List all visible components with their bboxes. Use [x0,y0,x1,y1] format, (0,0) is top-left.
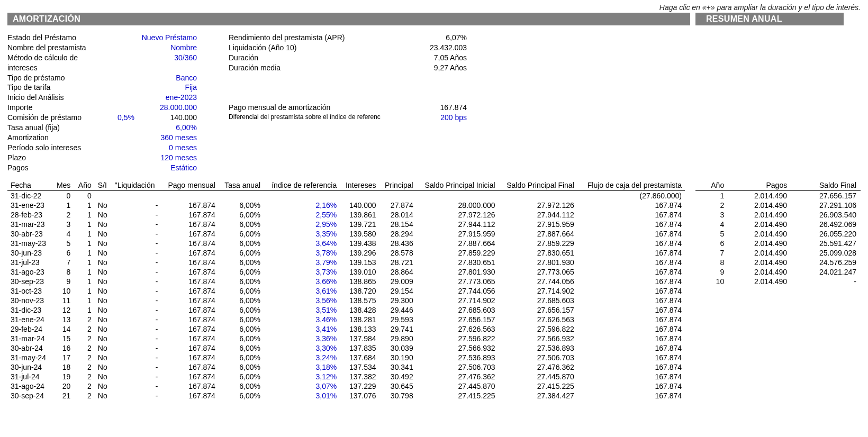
table-cell: 2 [74,315,94,324]
table-cell: 0 [52,191,74,201]
table-cell: 31-may-23 [7,239,52,248]
info-value: 6,07% [409,33,467,43]
table-cell: 30.645 [379,381,417,391]
table-cell: - [112,220,161,229]
amortization-table: FechaMesAñoS/I"LiquidaciónPago mensualTa… [7,180,685,400]
table-row: 42.014.49026.492.069 [695,220,861,229]
table-cell: 30-abr-24 [7,343,52,353]
table-header: Intereses [340,180,379,191]
table-cell: 3,36% [264,334,340,343]
table-cell: 1 [74,305,94,315]
info-row: Diferencial del prestamista sobre el índ… [229,113,467,123]
info-extra [108,143,139,153]
table-cell: 28.294 [379,229,417,239]
table-cell: 28.000.000 [417,201,499,210]
table-cell: 137.382 [340,372,379,381]
loan-info-left: Estado del PréstamoNuevo PréstamoNombre … [7,33,197,172]
table-cell: 27.476.362 [499,362,577,372]
loan-info-right: Rendimiento del prestamista (APR)6,07%Li… [229,33,467,172]
table-cell: 167.874 [577,353,685,362]
table-cell: - [112,353,161,362]
table-cell: 167.874 [161,277,218,286]
table-cell [417,191,499,201]
table-cell: 26.055.220 [791,229,861,239]
table-cell: 19 [52,372,74,381]
table-cell: 2.014.490 [728,201,791,210]
info-extra [108,103,139,113]
info-label: Método de cálculo de intereses [7,53,108,73]
table-cell: 29.593 [379,315,417,324]
info-row: Método de cálculo de intereses30/360 [7,53,197,73]
table-cell: 137.984 [340,334,379,343]
table-cell: 167.874 [161,258,218,267]
table-cell: 27.859.229 [417,248,499,258]
table-cell: 20 [52,381,74,391]
table-header: Saldo Principal Final [499,180,577,191]
info-row: Tipo de tarifaFija [7,83,197,93]
info-value: Nombre [139,43,197,53]
table-cell: 27.626.563 [417,324,499,334]
table-cell: No [95,210,112,220]
table-cell: 137.076 [340,391,379,400]
table-cell: 8 [695,258,728,267]
table-row: 30-abr-24162No-167.8746,00%3,30%137.8353… [7,343,685,353]
table-cell: 137.534 [340,362,379,372]
table-cell: 31-may-24 [7,353,52,362]
table-cell: 27.887.664 [417,239,499,248]
table-cell: - [112,201,161,210]
table-cell: - [112,229,161,239]
table-cell: 26.903.540 [791,210,861,220]
table-cell: - [112,248,161,258]
table-cell: 1 [74,258,94,267]
info-value: 360 meses [139,133,197,143]
table-cell [112,191,161,201]
table-cell: No [95,248,112,258]
table-cell: - [112,305,161,315]
table-cell: 2.014.490 [728,210,791,220]
table-row: 29-feb-24142No-167.8746,00%3,41%138.1332… [7,324,685,334]
table-cell [264,191,340,201]
table-cell: 6,00% [219,229,264,239]
table-cell: 30-abr-23 [7,229,52,239]
info-label: Tipo de préstamo [7,73,108,83]
table-cell: No [95,201,112,210]
table-cell: 167.874 [161,324,218,334]
table-cell: 1 [74,201,94,210]
table-cell: 167.874 [161,239,218,248]
info-value: 28.000.000 [139,103,197,113]
table-cell: 167.874 [577,267,685,277]
table-cell: 6,00% [219,343,264,353]
table-cell: 6,00% [219,258,264,267]
table-cell: - [112,381,161,391]
table-cell: 30-sep-24 [7,391,52,400]
info-row: Comisión de préstamo0,5%140.000 [7,113,197,123]
table-cell: 29.446 [379,305,417,315]
table-row: 31-dic-2200(27.860.000) [7,191,685,201]
info-label: Diferencial del prestamista sobre el índ… [229,113,409,123]
table-cell: 167.874 [161,372,218,381]
table-cell: - [112,372,161,381]
table-cell: 30.190 [379,353,417,362]
table-cell: 27.859.229 [499,239,577,248]
table-cell: 6 [695,239,728,248]
table-cell: 27.773.065 [499,267,577,277]
info-extra [108,43,139,53]
table-cell: No [95,334,112,343]
table-cell: 2 [74,391,94,400]
info-row: Duración7,05 Años [229,53,467,63]
table-cell: 29.300 [379,296,417,305]
table-cell: 31-jul-24 [7,372,52,381]
table-cell: 27.445.870 [417,381,499,391]
info-label: Pagos [7,163,108,173]
table-cell: 6,00% [219,305,264,315]
table-cell: 1 [74,248,94,258]
table-cell: - [112,267,161,277]
table-cell: 27.415.225 [417,391,499,400]
info-row: Período solo intereses0 meses [7,143,197,153]
info-row: Tipo de préstamoBanco [7,73,197,83]
info-value: ene-2023 [139,93,197,103]
table-cell: 9 [695,267,728,277]
hint-text: Haga clic en «+» para ampliar la duració… [7,3,861,12]
table-cell: 167.874 [577,296,685,305]
table-cell: 29.741 [379,324,417,334]
